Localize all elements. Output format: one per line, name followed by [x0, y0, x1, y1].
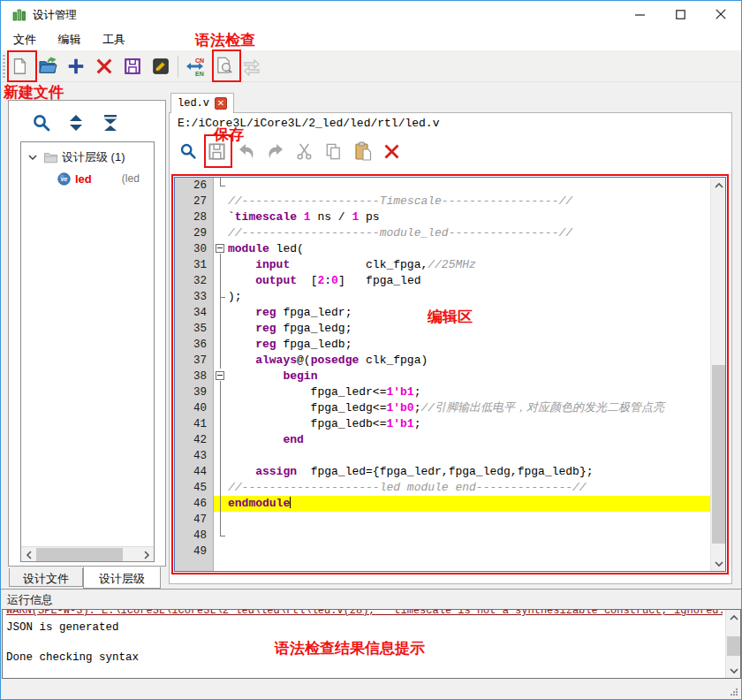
code-editor[interactable]: 2627282930313233343536373839404142434445… [174, 177, 726, 572]
editor-vertical-scrollbar[interactable] [710, 178, 725, 571]
line-number: 48 [175, 528, 213, 544]
fold-toggle[interactable] [214, 369, 228, 384]
tree-search-button[interactable] [28, 110, 55, 136]
redo-button[interactable] [264, 139, 286, 164]
scroll-up-icon [730, 614, 738, 621]
code-line[interactable]: reg fpga_ledg; [228, 321, 710, 337]
save-icon [207, 141, 227, 162]
open-folder-icon [38, 56, 58, 76]
code-line[interactable]: input clk_fpga,//25MHz [228, 257, 710, 273]
code-line[interactable] [228, 512, 710, 528]
code-line[interactable] [228, 448, 710, 464]
scroll-down-button[interactable] [726, 663, 741, 678]
cut-button[interactable] [293, 139, 315, 164]
scroll-down-icon [730, 667, 738, 674]
code-line[interactable]: //--------------------led module end----… [228, 480, 710, 496]
code-line[interactable] [228, 544, 710, 559]
delete-button[interactable] [381, 139, 403, 164]
code-line[interactable]: fpga_ledr<=1'b1; [228, 384, 710, 400]
copy-button[interactable] [322, 139, 344, 164]
edit-compile-button[interactable] [147, 52, 175, 80]
scroll-thumb[interactable] [36, 548, 123, 561]
code-line[interactable]: module led( [228, 241, 710, 257]
code-line[interactable]: assign fpga_led={fpga_ledr,fpga_ledg,fpg… [228, 464, 710, 480]
code-line[interactable]: begin [228, 369, 710, 384]
scroll-thumb[interactable] [712, 365, 725, 544]
tree-item-led-label: led [75, 172, 92, 186]
line-number: 47 [175, 512, 213, 528]
redo-arrow-icon [265, 141, 286, 162]
line-number: 45 [175, 480, 213, 496]
menu-edit[interactable]: 编辑 [49, 27, 89, 48]
swap-button[interactable] [238, 52, 266, 80]
tree-collapse-all-button[interactable] [97, 110, 124, 136]
scroll-down-button[interactable] [711, 556, 726, 571]
text-caret [290, 497, 291, 508]
code-line[interactable]: fpga_ledb<=1'b1; [228, 416, 710, 432]
menu-tools[interactable]: 工具 [94, 27, 134, 48]
tree-root-row[interactable]: 设计层级 (1) [21, 148, 154, 167]
scroll-left-icon [26, 551, 33, 559]
scroll-up-button[interactable] [726, 610, 741, 625]
code-line[interactable] [228, 528, 710, 544]
tree-item-led[interactable]: ve led (led [21, 169, 154, 188]
scroll-right-button[interactable] [139, 547, 154, 562]
paste-button[interactable] [352, 139, 374, 164]
line-number: 28 [175, 209, 213, 225]
output-line: JSON is generated [6, 620, 723, 635]
document-tab-ledv[interactable]: led.v ✕ [170, 93, 234, 113]
code-line[interactable]: reg fpga_ledr; [228, 305, 710, 321]
resize-grip[interactable] [730, 688, 738, 696]
translate-cn-en-button[interactable]: CN EN [181, 52, 209, 80]
title-bar: 设计管理 [1, 1, 741, 27]
editor-search-button[interactable] [177, 139, 199, 164]
add-file-button[interactable] [62, 52, 90, 80]
remove-file-button[interactable] [90, 52, 118, 80]
open-file-button[interactable] [34, 52, 62, 80]
output-warning-line: WARN(SPE-W-3): E:\iCore3L\iCore3L\2_led\… [6, 610, 723, 620]
document-tab-label: led.v [178, 97, 209, 110]
tab-design-hierarchy[interactable]: 设计层级 [83, 567, 161, 589]
code-line[interactable]: //--------------------Timescale---------… [228, 194, 710, 209]
code-area[interactable]: //--------------------Timescale---------… [228, 178, 710, 571]
syntax-check-button[interactable] [209, 52, 238, 80]
fold-margin-row [214, 432, 228, 448]
fold-margin-row [214, 464, 228, 480]
code-line[interactable]: end [228, 432, 710, 448]
code-line[interactable]: always@(posedge clk_fpga) [228, 353, 710, 369]
code-line[interactable]: endmodule [228, 496, 710, 512]
editor-save-button[interactable] [206, 139, 228, 164]
tree-horizontal-scrollbar[interactable] [21, 546, 154, 561]
fold-toggle[interactable] [214, 241, 228, 257]
code-line[interactable]: fpga_ledg<=1'b0;//引脚输出低电平，对应颜色的发光二极管点亮 [228, 400, 710, 416]
scroll-thumb[interactable] [727, 636, 740, 656]
tab-design-files[interactable]: 设计文件 [9, 568, 83, 587]
chevron-down-icon[interactable] [26, 150, 40, 164]
line-number: 39 [175, 384, 213, 400]
tree-item-led-suffix: (led [122, 172, 140, 185]
scroll-right-icon [143, 551, 150, 559]
code-line[interactable]: ); [228, 289, 710, 305]
menu-file[interactable]: 文件 [4, 27, 45, 48]
close-icon [716, 9, 726, 19]
code-line[interactable]: reg fpga_ledb; [228, 337, 710, 353]
output-vertical-scrollbar[interactable] [725, 610, 740, 678]
code-line[interactable]: output [2:0] fpga_led [228, 273, 710, 289]
scroll-up-button[interactable] [711, 178, 726, 193]
line-number: 37 [175, 353, 213, 369]
close-button[interactable] [700, 1, 741, 27]
code-line[interactable] [228, 178, 710, 194]
scroll-left-button[interactable] [21, 547, 36, 562]
save-all-button[interactable] [118, 52, 147, 80]
code-line[interactable]: //--------------------module_led--------… [228, 225, 710, 241]
tab-close-button[interactable]: ✕ [215, 97, 227, 110]
tree-expand-all-button[interactable] [63, 110, 89, 136]
new-file-button[interactable] [5, 52, 34, 80]
code-line[interactable]: `timescale 1 ns / 1 ps [228, 209, 710, 225]
tree-root-label: 设计层级 (1) [62, 149, 125, 165]
undo-button[interactable] [235, 139, 257, 164]
line-number: 44 [175, 464, 213, 480]
maximize-button[interactable] [660, 1, 700, 27]
minimize-button[interactable] [619, 1, 660, 27]
svg-text:ve: ve [61, 176, 68, 182]
